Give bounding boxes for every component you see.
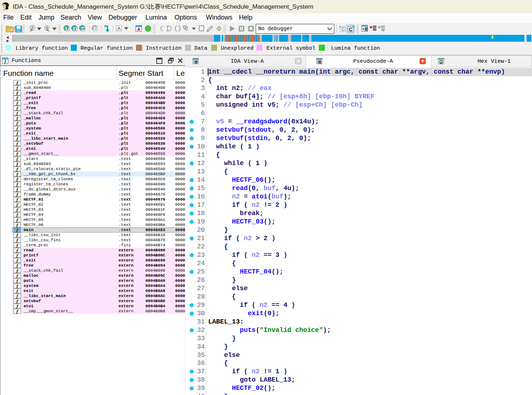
svg-text:101: 101 [81,28,85,30]
svg-text:C: C [349,26,352,32]
svg-text:A: A [117,26,121,31]
svg-text:#: # [66,26,69,31]
svg-text:T: T [74,27,77,31]
svg-text:C: C [342,27,345,32]
